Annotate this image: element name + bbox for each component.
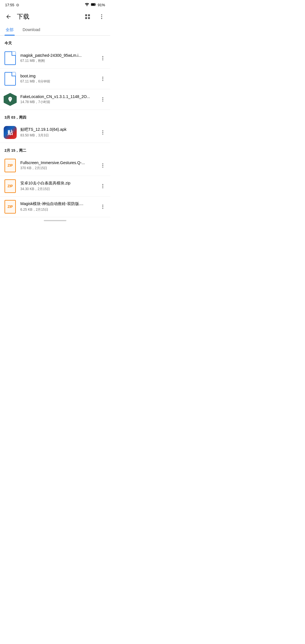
svg-point-26 xyxy=(102,205,103,206)
file-icon-fakelocation xyxy=(3,93,17,106)
file-more-button[interactable] xyxy=(98,74,108,84)
file-info: 安卓10去小白条面具模块.zip 34.30 KB，2月15日 xyxy=(20,181,94,192)
file-list: 今天 magisk_patched-24300_95wLm.i... 67.11… xyxy=(0,36,110,217)
file-meta: 14.78 MB，7小时前 xyxy=(20,100,94,105)
list-item: 贴 贴吧TS_12.19.1.0(64).apk 83.50 MB，3月3日 xyxy=(0,122,110,143)
section-header-feb15: 2月 15，周二 xyxy=(0,143,110,155)
svg-point-27 xyxy=(102,206,103,207)
svg-point-25 xyxy=(102,187,103,188)
file-more-button[interactable] xyxy=(98,53,108,63)
svg-point-21 xyxy=(102,165,103,166)
file-meta: 67.11 MB，6分钟前 xyxy=(20,79,94,84)
file-info: Fullscreen_Immersive.Gestures.Q-... 370 … xyxy=(20,160,94,171)
file-name: Fullscreen_Immersive.Gestures.Q-... xyxy=(20,160,94,165)
svg-point-11 xyxy=(102,78,103,79)
svg-point-17 xyxy=(102,130,103,131)
file-more-button[interactable] xyxy=(98,160,108,171)
file-name: Magisk模块-神仙自动救砖-双防版.... xyxy=(20,201,94,206)
svg-point-14 xyxy=(102,97,103,98)
list-item: boot.img 67.11 MB，6分钟前 xyxy=(0,69,110,89)
file-name: FakeLocation_CN_v1.3.1.1_1148_2O... xyxy=(20,94,94,99)
overflow-menu-button[interactable] xyxy=(96,11,107,22)
file-icon-tieba: 贴 xyxy=(3,126,17,139)
svg-point-0 xyxy=(87,6,87,6)
section-header-march3: 3月 03，周四 xyxy=(0,110,110,122)
file-meta: 6.25 KB，2月15日 xyxy=(20,207,94,212)
file-name: 安卓10去小白条面具模块.zip xyxy=(20,181,94,186)
page-title: 下载 xyxy=(17,12,79,21)
file-more-button[interactable] xyxy=(98,94,108,105)
file-meta: 34.30 KB，2月15日 xyxy=(20,187,94,192)
tab-download[interactable]: Download xyxy=(21,25,41,35)
app-bar: 下载 xyxy=(0,9,110,25)
svg-point-22 xyxy=(102,167,103,167)
svg-point-4 xyxy=(101,14,102,16)
svg-rect-2 xyxy=(95,4,96,5)
svg-point-10 xyxy=(102,77,103,78)
file-more-button[interactable] xyxy=(98,202,108,212)
file-more-button[interactable] xyxy=(98,127,108,138)
bottom-pill xyxy=(44,220,66,221)
svg-point-18 xyxy=(102,132,103,133)
svg-point-28 xyxy=(102,208,103,209)
file-icon-fullscreen-zip: ZIP xyxy=(3,159,17,172)
file-info: magisk_patched-24300_95wLm.i... 67.11 MB… xyxy=(20,53,94,63)
svg-point-7 xyxy=(102,56,103,57)
file-name: 贴吧TS_12.19.1.0(64).apk xyxy=(20,127,94,132)
file-info: FakeLocation_CN_v1.3.1.1_1148_2O... 14.7… xyxy=(20,94,94,105)
list-item: ZIP Magisk模块-神仙自动救砖-双防版.... 6.25 KB，2月15… xyxy=(0,197,110,217)
grid-view-button[interactable] xyxy=(82,11,93,22)
list-item: magisk_patched-24300_95wLm.i... 67.11 MB… xyxy=(0,48,110,69)
section-header-today: 今天 xyxy=(0,36,110,48)
back-button[interactable] xyxy=(3,11,14,22)
bottom-bar xyxy=(0,217,110,224)
svg-point-6 xyxy=(101,18,102,19)
svg-point-16 xyxy=(102,101,103,101)
svg-point-12 xyxy=(102,80,103,81)
file-icon-magisk xyxy=(3,51,17,65)
svg-point-23 xyxy=(102,184,103,185)
svg-rect-3 xyxy=(91,4,95,6)
battery-percent: 91% xyxy=(98,3,105,7)
file-icon-magisk-zip: ZIP xyxy=(3,200,17,214)
svg-point-19 xyxy=(102,134,103,134)
battery-icon xyxy=(91,3,96,7)
svg-point-20 xyxy=(102,164,103,164)
file-icon-android10-zip: ZIP xyxy=(3,179,17,193)
file-info: 贴吧TS_12.19.1.0(64).apk 83.50 MB，3月3日 xyxy=(20,127,94,138)
wifi-icon xyxy=(85,3,89,7)
file-name: magisk_patched-24300_95wLm.i... xyxy=(20,53,94,58)
file-icon-boot xyxy=(3,72,17,86)
svg-point-15 xyxy=(102,99,103,100)
list-item: ZIP Fullscreen_Immersive.Gestures.Q-... … xyxy=(0,155,110,176)
file-info: boot.img 67.11 MB，6分钟前 xyxy=(20,74,94,84)
svg-point-8 xyxy=(102,58,103,58)
tab-bar: 全部 Download xyxy=(0,25,110,36)
status-time: 17:55 xyxy=(5,3,14,7)
file-info: Magisk模块-神仙自动救砖-双防版.... 6.25 KB，2月15日 xyxy=(20,201,94,212)
file-meta: 83.50 MB，3月3日 xyxy=(20,133,94,138)
file-meta: 370 KB，2月15日 xyxy=(20,166,94,171)
tab-all[interactable]: 全部 xyxy=(5,25,15,35)
status-bar: 17:55 ⊙ 91% xyxy=(0,0,110,9)
file-more-button[interactable] xyxy=(98,181,108,191)
sim-icon: ⊙ xyxy=(16,3,19,7)
svg-point-9 xyxy=(102,59,103,60)
list-item: ZIP 安卓10去小白条面具模块.zip 34.30 KB，2月15日 xyxy=(0,176,110,197)
list-item: FakeLocation_CN_v1.3.1.1_1148_2O... 14.7… xyxy=(0,89,110,110)
file-name: boot.img xyxy=(20,74,94,78)
svg-point-24 xyxy=(102,186,103,186)
svg-point-5 xyxy=(101,16,102,17)
file-meta: 67.11 MB，刚刚 xyxy=(20,58,94,63)
